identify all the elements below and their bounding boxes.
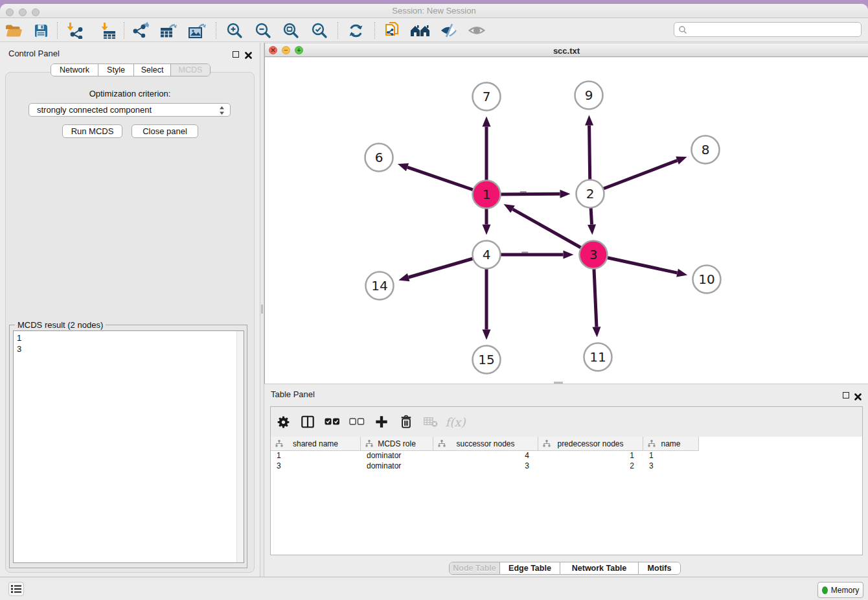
import-network-button[interactable] bbox=[63, 20, 87, 41]
table-close-icon[interactable] bbox=[854, 391, 862, 403]
mcds-result-title: MCDS result (2 nodes) bbox=[15, 320, 106, 330]
control-panel-tabs: NetworkStyleSelectMCDS bbox=[51, 63, 211, 76]
graph-node-label-10: 10 bbox=[698, 271, 714, 287]
graph-node-label-8: 8 bbox=[702, 142, 710, 157]
column-header-predecessor-nodes[interactable]: predecessor nodes bbox=[538, 437, 643, 451]
column-type-icon bbox=[543, 440, 551, 447]
memory-button[interactable]: Memory bbox=[817, 582, 863, 598]
save-session-button[interactable] bbox=[29, 20, 53, 41]
show-details-button[interactable] bbox=[464, 20, 489, 41]
hide-details-button[interactable] bbox=[436, 20, 461, 41]
edge-label-mark bbox=[520, 191, 527, 192]
table-container: f(x) shared nameMCDS rolesuccessor nodes… bbox=[270, 406, 863, 555]
column-header-label: name bbox=[661, 439, 680, 448]
graph-node-label-4: 4 bbox=[483, 247, 491, 262]
column-header-MCDS-role[interactable]: MCDS role bbox=[361, 437, 433, 451]
export-network-button[interactable] bbox=[129, 20, 154, 41]
column-header-name[interactable]: name bbox=[643, 437, 699, 451]
control-tab-style[interactable]: Style bbox=[98, 64, 134, 76]
function-icon: f(x) bbox=[446, 415, 466, 429]
network-window-titlebar[interactable]: ✕ − + scc.txt bbox=[265, 43, 868, 57]
task-history-button[interactable] bbox=[8, 582, 24, 596]
zoom-in-button[interactable] bbox=[222, 20, 247, 41]
table-row[interactable]: 3dominator323 bbox=[271, 461, 699, 471]
float-panel-icon[interactable] bbox=[233, 50, 239, 58]
export-table-button[interactable] bbox=[157, 20, 181, 41]
zoom-out-button[interactable] bbox=[251, 20, 275, 41]
select-stepper-icon bbox=[219, 106, 225, 115]
column-type-icon bbox=[648, 440, 656, 447]
control-panel: Control Panel NetworkStyleSelectMCDS Opt… bbox=[0, 43, 260, 577]
memory-label: Memory bbox=[831, 586, 859, 595]
table-cell: 3 bbox=[643, 461, 699, 471]
toolbar-separator bbox=[57, 22, 58, 39]
edge-arrowhead bbox=[398, 163, 409, 171]
deselect-all-button[interactable] bbox=[345, 410, 369, 433]
result-scrollbar[interactable] bbox=[236, 331, 244, 562]
edge-arrowhead bbox=[564, 251, 574, 259]
network-view-window: ✕ − + scc.txt 7968124314101511 bbox=[264, 43, 868, 384]
refresh-button[interactable] bbox=[343, 20, 368, 41]
create-column-button[interactable] bbox=[369, 410, 394, 433]
close-panel-button[interactable]: Close panel bbox=[131, 124, 198, 138]
column-header-label: successor nodes bbox=[456, 439, 514, 448]
graph-node-label-9: 9 bbox=[585, 87, 593, 103]
close-x-icon bbox=[854, 393, 862, 400]
edge-arrowhead bbox=[592, 327, 600, 337]
deselect-all-icon bbox=[349, 417, 365, 426]
table-row[interactable]: 1dominator411 bbox=[271, 450, 699, 461]
table-tab-motifs[interactable]: Motifs bbox=[639, 562, 680, 574]
window-title: Session: New Session bbox=[0, 6, 868, 16]
table-float-icon[interactable] bbox=[843, 391, 849, 398]
table-tab-network-table[interactable]: Network Table bbox=[560, 562, 639, 574]
search-field[interactable] bbox=[674, 22, 862, 37]
open-file-icon bbox=[5, 23, 22, 38]
graph-node-label-2: 2 bbox=[586, 186, 595, 202]
open-file-button[interactable] bbox=[1, 20, 26, 41]
column-header-label: predecessor nodes bbox=[557, 439, 623, 448]
splitter-grip[interactable] bbox=[261, 305, 263, 314]
edge-arrowhead bbox=[585, 115, 593, 125]
table-settings-button[interactable] bbox=[271, 410, 295, 433]
table-cell: 1 bbox=[538, 450, 643, 461]
import-table-button[interactable] bbox=[95, 20, 119, 41]
clone-network-button[interactable] bbox=[380, 20, 404, 41]
column-header-successor-nodes[interactable]: successor nodes bbox=[433, 437, 538, 451]
gear-icon bbox=[277, 415, 290, 429]
zoom-fit-button[interactable] bbox=[279, 20, 303, 41]
delete-table-button[interactable] bbox=[418, 410, 443, 433]
export-image-button[interactable] bbox=[185, 20, 210, 41]
control-tab-mcds[interactable]: MCDS bbox=[171, 64, 210, 76]
control-tab-select[interactable]: Select bbox=[134, 64, 171, 76]
zoom-selected-button[interactable] bbox=[307, 20, 332, 41]
network-canvas[interactable]: 7968124314101511 bbox=[265, 58, 868, 387]
table-cell: dominator bbox=[361, 461, 433, 471]
show-column-panel-button[interactable] bbox=[295, 410, 320, 433]
delete-column-button[interactable] bbox=[394, 410, 418, 433]
vertical-splitter[interactable] bbox=[260, 43, 264, 577]
graph-node-label-11: 11 bbox=[589, 349, 606, 365]
titlebar[interactable]: Session: New Session bbox=[0, 4, 868, 18]
first-neighbors-button[interactable] bbox=[408, 20, 433, 41]
optimization-label: Optimization criterion: bbox=[0, 89, 260, 98]
toolbar-separator bbox=[337, 22, 338, 39]
table-tab-node-table[interactable]: Node Table bbox=[450, 562, 500, 574]
mcds-result-list[interactable]: 1 3 bbox=[13, 330, 244, 563]
table-panel-title: Table Panel bbox=[271, 389, 315, 399]
network-graph: 7968124314101511 bbox=[265, 58, 868, 387]
table-panel: Table Panel bbox=[264, 384, 868, 577]
apply-function-button[interactable]: f(x) bbox=[443, 410, 468, 433]
toolbar-separator bbox=[124, 22, 124, 39]
edge-arrowhead bbox=[676, 269, 687, 277]
table-tabs: Node TableEdge TableNetwork TableMotifs bbox=[449, 562, 681, 575]
edge-arrowhead bbox=[676, 157, 687, 165]
table-tab-edge-table[interactable]: Edge Table bbox=[500, 562, 560, 574]
control-tab-network[interactable]: Network bbox=[51, 64, 98, 76]
show-details-icon bbox=[468, 22, 486, 39]
run-mcds-button[interactable]: Run MCDS bbox=[62, 124, 122, 138]
column-header-shared-name[interactable]: shared name bbox=[271, 437, 361, 451]
select-all-button[interactable] bbox=[320, 410, 345, 433]
optimization-select[interactable]: strongly connected component bbox=[29, 103, 231, 117]
close-panel-icon[interactable] bbox=[245, 50, 252, 62]
edge-arrowhead bbox=[560, 190, 570, 198]
